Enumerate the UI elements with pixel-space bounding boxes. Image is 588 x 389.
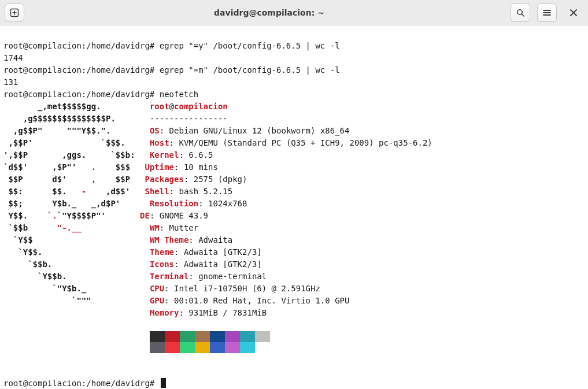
logo-line: $$P d$' xyxy=(3,175,91,184)
window-titlebar: davidrg@compilacion: ~ xyxy=(0,0,588,25)
neofetch-user: root xyxy=(150,102,169,111)
pad xyxy=(125,138,150,147)
cmd-output: 131 xyxy=(3,77,18,87)
logo-line: ,$$P' `$$$. xyxy=(3,138,125,147)
pad xyxy=(130,162,145,172)
neofetch-label: Shell xyxy=(145,187,169,196)
cmd-line: neofetch xyxy=(154,90,198,99)
logo-line: ,g$$P" """Y$$.". xyxy=(3,126,110,135)
neofetch-label: WM xyxy=(150,223,160,232)
pad xyxy=(91,296,150,305)
neofetch-value: : Adwaita [GTK2/3] xyxy=(174,260,262,269)
pad xyxy=(130,187,145,196)
logo-line: $$; Y$b._ _,d$P' xyxy=(3,199,120,208)
new-tab-button[interactable] xyxy=(5,3,24,22)
neofetch-label: Theme xyxy=(150,247,174,257)
prompt: root@compilacion:/home/davidrg# xyxy=(3,41,154,50)
neofetch-value: : Adwaita xyxy=(188,235,232,244)
close-icon xyxy=(569,9,578,17)
color-swatch xyxy=(165,331,180,342)
logo-line: $$P xyxy=(96,175,130,184)
logo-line: `"Y$b._ xyxy=(3,284,86,293)
color-swatch xyxy=(255,331,270,342)
color-swatch xyxy=(225,342,240,353)
pad xyxy=(33,235,150,244)
neofetch-label: WM Theme xyxy=(150,235,188,244)
pad xyxy=(130,175,145,184)
pad xyxy=(82,223,150,232)
color-swatch xyxy=(165,342,180,353)
neofetch-label: CPU xyxy=(150,284,164,293)
neofetch-value: : bash 5.2.15 xyxy=(169,187,233,196)
pad xyxy=(67,272,150,281)
search-button[interactable] xyxy=(511,3,530,22)
neofetch-value: : GNOME 43.9 xyxy=(150,211,208,220)
neofetch-value: : 931MiB / 7831MiB xyxy=(179,308,267,317)
hamburger-icon xyxy=(542,8,552,17)
color-swatch xyxy=(240,331,255,342)
neofetch-value: : 1024x768 xyxy=(198,199,247,208)
menu-button[interactable] xyxy=(537,3,557,22)
pad xyxy=(86,284,150,293)
logo-line: $$: $$. xyxy=(3,187,82,196)
terminal-cursor xyxy=(161,378,166,388)
neofetch-value: : gnome-terminal xyxy=(188,272,267,281)
color-swatch xyxy=(255,342,270,353)
neofetch-label: Host xyxy=(150,138,169,147)
search-icon xyxy=(516,8,525,17)
color-swatch xyxy=(150,342,165,353)
plus-tab-icon xyxy=(10,8,19,17)
neofetch-sep: ---------------- xyxy=(150,114,228,123)
color-swatch xyxy=(240,342,255,353)
window-title: davidrg@compilacion: ~ xyxy=(214,8,324,17)
neofetch-value: : Intel i7-10750H (6) @ 2.591GHz xyxy=(164,284,320,293)
logo-accent: `. xyxy=(47,211,57,220)
pad xyxy=(101,102,150,111)
neofetch-value: : Debian GNU/Linux 12 (bookworm) x86_64 xyxy=(160,126,350,135)
neofetch-label: Resolution xyxy=(150,199,198,208)
neofetch-label: Icons xyxy=(150,260,174,269)
pad xyxy=(120,199,150,208)
prompt: root@compilacion:/home/davidrg# xyxy=(3,90,154,99)
pad xyxy=(135,150,150,160)
logo-accent: . xyxy=(91,162,96,172)
neofetch-host: compilacion xyxy=(174,102,228,111)
cmd-line: egrep "=m" /boot/config-6.6.5 | wc -l xyxy=(154,65,339,75)
logo-line: `Y$$ xyxy=(3,235,33,244)
neofetch-label: OS xyxy=(150,126,160,135)
logo-line: ',$$P ,ggs. `$$b: xyxy=(3,150,135,160)
pad xyxy=(52,260,150,269)
neofetch-label: Terminal xyxy=(150,272,188,281)
logo-line: `$$b xyxy=(3,223,57,232)
color-swatch xyxy=(195,342,210,353)
pad xyxy=(110,126,149,135)
logo-line: _,met$$$$$gg. xyxy=(3,102,101,111)
neofetch-label: Packages xyxy=(145,175,183,184)
prompt: root@compilacion:/home/davidrg# xyxy=(3,379,154,388)
logo-line: `d$$' ,$P"' xyxy=(3,162,91,172)
pad xyxy=(42,247,149,257)
color-swatches xyxy=(150,331,270,353)
logo-line: ,d$$' xyxy=(86,187,130,196)
terminal-viewport[interactable]: root@compilacion:/home/davidrg# egrep "=… xyxy=(0,25,588,389)
color-swatch xyxy=(150,331,165,342)
logo-accent: "-.__ xyxy=(57,223,82,232)
logo-line: $$$ xyxy=(96,162,130,172)
logo-line: Y$$. xyxy=(3,211,47,220)
prompt: root@compilacion:/home/davidrg# xyxy=(3,65,154,75)
color-swatch xyxy=(210,331,225,342)
pad xyxy=(116,114,150,123)
color-swatch xyxy=(210,342,225,353)
close-button[interactable] xyxy=(564,3,583,22)
titlebar-right-group xyxy=(511,3,583,22)
cmd-line: egrep "=y" /boot/config-6.6.5 | wc -l xyxy=(154,41,339,50)
color-swatch xyxy=(225,331,240,342)
color-swatch xyxy=(195,331,210,342)
color-swatch xyxy=(180,331,195,342)
logo-line: `"Y$$$$P"' xyxy=(57,211,106,220)
logo-line: `""" xyxy=(3,296,91,305)
neofetch-label: Memory xyxy=(150,308,179,317)
neofetch-value: : 6.6.5 xyxy=(179,150,213,160)
logo-accent: , xyxy=(91,175,96,184)
pad xyxy=(3,332,150,342)
